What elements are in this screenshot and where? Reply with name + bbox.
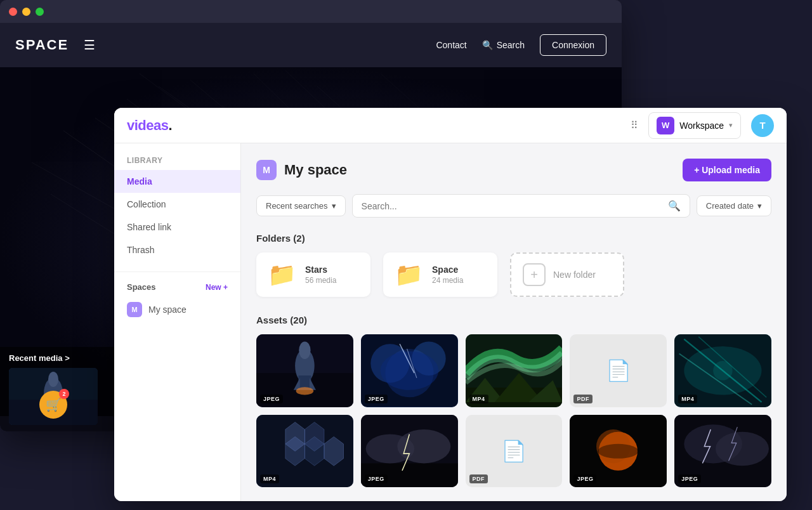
sidebar-item-shared-link[interactable]: Shared link [114,216,240,239]
user-avatar[interactable]: T [751,114,774,137]
new-folder-plus-icon: + [523,263,546,286]
asset-badge: PDF [469,474,488,483]
asset-card[interactable]: MP4 [674,334,771,407]
asset-badge: MP4 [469,395,488,403]
search-icon: 🔍 [668,200,681,212]
folders-section-title: Folders (2) [256,233,771,244]
svg-point-66 [716,431,769,465]
space-logo: SPACE [15,37,69,53]
page-title: My space [284,162,347,178]
new-folder-label: New folder [553,270,596,280]
recent-media-panel: Recent media > 🛒 2 [0,347,114,431]
workspace-chevron-icon: ▾ [729,121,733,129]
main-content: M My space + Upload media Recent searche… [241,143,787,501]
nav-search-button[interactable]: 🔍 Search [482,40,525,50]
sort-button[interactable]: Created date ▾ [697,195,771,216]
asset-badge: JPEG [678,474,701,483]
library-section-title: Library [114,156,240,170]
sidebar-item-collection[interactable]: Collection [114,193,240,216]
app-header: videas. ⠿ W Workspace ▾ T [114,108,787,143]
app-window: videas. ⠿ W Workspace ▾ T Library Media … [114,108,787,501]
new-folder-card[interactable]: + New folder [510,252,624,297]
recent-searches-filter[interactable]: Recent searches ▾ [256,195,346,216]
asset-badge: JPEG [365,395,388,403]
doc-icon: 📄 [501,439,527,463]
basket-badge: 🛒 2 [39,391,67,419]
folder-icon: 📁 [395,261,423,288]
page-header: M My space + Upload media [256,159,771,181]
connexion-button[interactable]: Connexion [540,34,606,56]
sidebar-item-thrash[interactable]: Thrash [114,239,240,261]
asset-badge: PDF [573,395,593,403]
workspace-label: Workspace [679,121,724,131]
asset-card[interactable]: MP4 [256,415,353,488]
assets-grid: JPEG JPEG [256,334,771,487]
nav-contact[interactable]: Contact [436,40,466,50]
page-title-row: M My space [256,160,347,180]
asset-badge: JPEG [573,474,596,483]
workspace-initial: W [657,117,674,134]
page-icon: M [256,160,277,180]
app-logo: videas. [127,117,172,134]
asset-badge: MP4 [678,395,697,403]
sidebar-divider [114,271,240,272]
folder-stars[interactable]: 📁 Stars 56 media [256,252,370,297]
app-body: Library Media Collection Shared link Thr… [114,143,787,501]
folder-space-count: 24 media [432,276,463,285]
minimize-button[interactable] [22,8,30,16]
svg-point-21 [48,372,58,387]
recent-media-thumbnail[interactable]: 🛒 2 [9,368,98,425]
asset-card[interactable]: JPEG [361,415,458,488]
upload-media-button[interactable]: + Upload media [683,159,771,181]
browser-titlebar [0,0,622,23]
my-space-label: My space [148,304,187,315]
folder-icon: 📁 [268,261,296,288]
asset-badge: JPEG [365,474,388,483]
folder-space-name: Space [432,265,463,275]
sidebar-spaces-header: Spaces New + [114,282,240,297]
sidebar: Library Media Collection Shared link Thr… [114,143,241,501]
asset-card[interactable]: JPEG [674,415,771,488]
asset-card[interactable]: JPEG [570,415,667,488]
svg-point-63 [598,443,639,458]
recent-searches-label: Recent searches [266,201,328,211]
space-nav: SPACE ☰ Contact 🔍 Search Connexion [0,23,622,67]
asset-card[interactable]: 📄 PDF [570,334,667,407]
asset-card[interactable]: JPEG [361,334,458,407]
grid-icon[interactable]: ⠿ [631,119,638,131]
asset-card[interactable]: 📄 PDF [466,415,563,488]
asset-card[interactable]: MP4 [466,334,563,407]
basket-badge-count: 2 [59,389,69,399]
sort-label: Created date [706,201,754,211]
folder-stars-count: 56 media [305,276,336,285]
search-row: Recent searches ▾ 🔍 Created date ▾ [256,194,771,218]
search-icon: 🔍 [482,40,493,50]
my-space-icon: M [127,302,142,317]
folder-stars-name: Stars [305,265,336,275]
folder-space[interactable]: 📁 Space 24 media [383,252,497,297]
spaces-new-button[interactable]: New + [206,283,228,292]
assets-section-title: Assets (20) [256,315,771,325]
nav-search-label: Search [497,40,525,50]
sidebar-item-my-space[interactable]: M My space [114,297,240,322]
hamburger-icon[interactable]: ☰ [84,37,95,53]
recent-media-title[interactable]: Recent media > [9,353,105,363]
sidebar-item-media[interactable]: Media [114,170,240,193]
close-button[interactable] [9,8,17,16]
maximize-button[interactable] [36,8,44,16]
asset-badge: MP4 [260,474,279,483]
folders-row: 📁 Stars 56 media 📁 Space 24 media + Ne [256,252,771,297]
doc-icon: 📄 [606,358,631,383]
filter-chevron-icon: ▾ [332,201,336,211]
sort-chevron-icon: ▾ [757,201,762,211]
svg-point-30 [296,387,314,395]
svg-point-48 [713,361,733,381]
asset-card[interactable]: JPEG [256,334,353,407]
spaces-label: Spaces [127,282,156,292]
svg-point-29 [299,341,310,359]
search-input[interactable] [362,201,663,211]
asset-badge: JPEG [260,395,283,403]
search-input-wrap[interactable]: 🔍 [352,194,690,218]
workspace-button[interactable]: W Workspace ▾ [648,112,741,139]
